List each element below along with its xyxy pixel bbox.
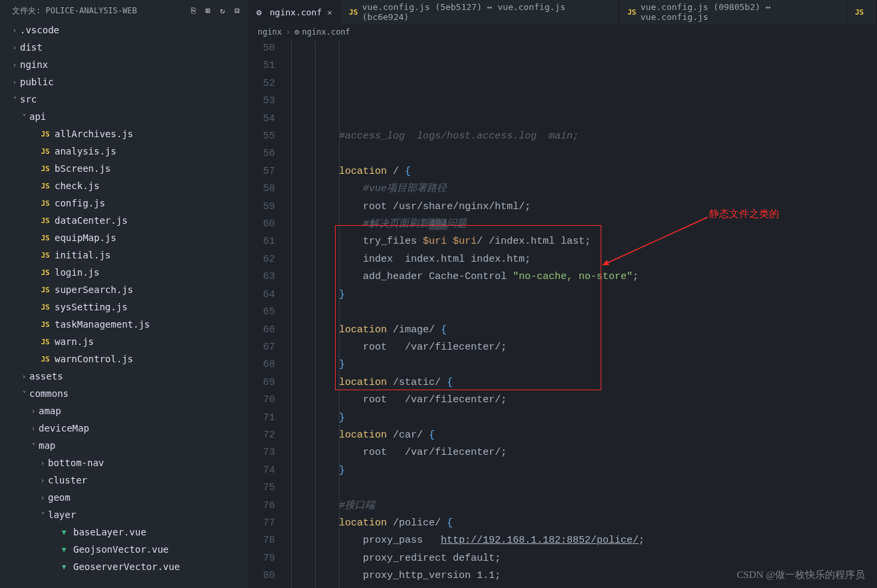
- folder-item[interactable]: ˅layer: [0, 506, 248, 523]
- chevron-icon: ›: [9, 27, 20, 34]
- code-line[interactable]: #接口端: [291, 497, 877, 515]
- item-label: public: [20, 77, 54, 87]
- crumb-part[interactable]: nginx.conf: [302, 27, 350, 37]
- code-line[interactable]: add_header Cache-Control "no-cache, no-s…: [291, 268, 877, 286]
- item-label: taskManagement.js: [55, 319, 150, 330]
- file-item[interactable]: ▼baseLayer.vue: [0, 523, 248, 541]
- file-item[interactable]: JSequipMap.js: [0, 229, 248, 246]
- code-line[interactable]: root /var/filecenter/;: [291, 444, 877, 461]
- file-item[interactable]: JScheck.js: [0, 177, 248, 194]
- chevron-icon: ˅: [19, 113, 29, 121]
- js-icon: JS: [39, 286, 52, 294]
- folder-item[interactable]: ›assets: [0, 368, 248, 385]
- chevron-icon: ˅: [19, 390, 29, 398]
- code-line[interactable]: location / {: [291, 163, 877, 180]
- new-folder-icon[interactable]: ⊞: [202, 5, 214, 17]
- vue-icon: ▼: [57, 528, 71, 537]
- code-line[interactable]: }: [291, 286, 877, 304]
- item-label: api: [29, 111, 46, 122]
- code-line[interactable]: try_files $uri $uri/ /index.html last;: [291, 233, 877, 250]
- code-line[interactable]: proxy_pass http://192.168.1.182:8852/pol…: [291, 532, 877, 549]
- file-item[interactable]: JSwarnControl.js: [0, 350, 248, 368]
- tab-bar: ⚙nginx.conf×JSvue.config.js (5eb5127) ↔ …: [248, 0, 877, 24]
- folder-item[interactable]: ›deviceMap: [0, 420, 248, 437]
- code-line[interactable]: #解决页面刷新404问题: [291, 216, 877, 233]
- code-editor[interactable]: 5051525354555657585960616263646566676869…: [248, 40, 877, 588]
- folder-item[interactable]: ›.vscode: [0, 21, 248, 39]
- file-item[interactable]: JSbScreen.js: [0, 160, 248, 177]
- code-line[interactable]: #vue项目部署路径: [291, 180, 877, 198]
- collapse-icon[interactable]: ⊟: [231, 5, 243, 17]
- folder-item[interactable]: ›cluster: [0, 471, 248, 489]
- code-line[interactable]: [291, 304, 877, 321]
- line-gutter: 5051525354555657585960616263646566676869…: [248, 40, 287, 588]
- file-item[interactable]: JSinitial.js: [0, 246, 248, 264]
- file-item[interactable]: JSwarn.js: [0, 333, 248, 350]
- code-line[interactable]: location /static/ {: [291, 374, 877, 392]
- folder-item[interactable]: ›nginx: [0, 56, 248, 73]
- js-icon: JS: [855, 8, 864, 17]
- close-icon[interactable]: ×: [327, 7, 332, 17]
- file-item[interactable]: JStaskManagement.js: [0, 316, 248, 333]
- folder-label: 文件夹: POLICE-ANALYSIS-WEB: [12, 5, 184, 17]
- tab-2[interactable]: JSvue.config.js (09805b2) ↔ vue.config.j…: [619, 0, 847, 24]
- code-line[interactable]: }: [291, 462, 877, 479]
- chevron-icon: ›: [9, 79, 20, 86]
- code-line[interactable]: }: [291, 356, 877, 374]
- crumb-sep: ›: [286, 27, 290, 37]
- crumb-part[interactable]: nginx: [258, 27, 282, 37]
- code-line[interactable]: root /usr/share/nginx/html/;: [291, 198, 877, 216]
- tab-label: nginx.conf: [270, 7, 322, 17]
- new-file-icon[interactable]: ⎘: [187, 5, 199, 17]
- file-item[interactable]: JSsysSetting.js: [0, 298, 248, 316]
- item-label: warnControl.js: [55, 354, 133, 364]
- tab-1[interactable]: JSvue.config.js (5eb5127) ↔ vue.config.j…: [341, 0, 619, 24]
- tab-3[interactable]: JS: [847, 0, 877, 24]
- js-icon: JS: [349, 8, 358, 17]
- refresh-icon[interactable]: ↻: [216, 5, 228, 17]
- code-line[interactable]: root /var/filecenter/;: [291, 392, 877, 409]
- item-label: allArchives.js: [55, 129, 133, 139]
- code-line[interactable]: [291, 479, 877, 497]
- folder-item[interactable]: ˅commons: [0, 385, 248, 402]
- folder-item[interactable]: ˅api: [0, 108, 248, 125]
- js-icon: JS: [39, 303, 52, 312]
- tab-0[interactable]: ⚙nginx.conf×: [248, 0, 341, 24]
- folder-item[interactable]: ˅src: [0, 91, 248, 108]
- file-item[interactable]: ▼GeoserverVector.vue: [0, 558, 248, 575]
- folder-item[interactable]: ›bottom-nav: [0, 454, 248, 471]
- breadcrumb[interactable]: nginx › ⚙ nginx.conf: [248, 24, 877, 40]
- folder-item[interactable]: ›amap: [0, 402, 248, 420]
- item-label: dataCenter.js: [55, 215, 128, 226]
- folder-item[interactable]: ›dist: [0, 39, 248, 56]
- folder-item[interactable]: ›public: [0, 73, 248, 91]
- item-label: dist: [20, 42, 43, 53]
- watermark: CSDN @做一枚快乐的程序员: [736, 569, 865, 581]
- code-line[interactable]: location /car/ {: [291, 427, 877, 444]
- file-tree[interactable]: ›.vscode›dist›nginx›public˅src˅apiJSallA…: [0, 21, 248, 588]
- file-item[interactable]: JSsuperSearch.js: [0, 281, 248, 298]
- code-line[interactable]: }: [291, 410, 877, 427]
- code-line[interactable]: proxy_connect_timeout 60;: [291, 585, 877, 588]
- code-line[interactable]: proxy_redirect default;: [291, 550, 877, 567]
- code-line[interactable]: location /police/ {: [291, 515, 877, 532]
- file-item[interactable]: JSanalysis.js: [0, 143, 248, 160]
- item-label: equipMap.js: [55, 232, 117, 243]
- folder-item[interactable]: ›geom: [0, 489, 248, 506]
- item-label: superSearch.js: [55, 284, 133, 295]
- file-item[interactable]: JSallArchives.js: [0, 125, 248, 143]
- code-line[interactable]: [291, 145, 877, 162]
- code-line[interactable]: location /image/ {: [291, 322, 877, 339]
- code-content[interactable]: #access_log logs/host.access.log main; l…: [287, 40, 877, 588]
- file-item[interactable]: JSdataCenter.js: [0, 212, 248, 229]
- file-item[interactable]: JSconfig.js: [0, 194, 248, 212]
- file-item[interactable]: ▼GeojsonVector.vue: [0, 541, 248, 558]
- code-line[interactable]: #access_log logs/host.access.log main;: [291, 128, 877, 145]
- chevron-icon: ˅: [9, 96, 20, 103]
- item-label: bottom-nav: [48, 457, 104, 468]
- code-line[interactable]: root /var/filecenter/;: [291, 339, 877, 356]
- code-line[interactable]: index index.html index.htm;: [291, 251, 877, 268]
- folder-item[interactable]: ˅map: [0, 437, 248, 454]
- file-item[interactable]: JSlogin.js: [0, 264, 248, 281]
- item-label: initial.js: [55, 250, 111, 260]
